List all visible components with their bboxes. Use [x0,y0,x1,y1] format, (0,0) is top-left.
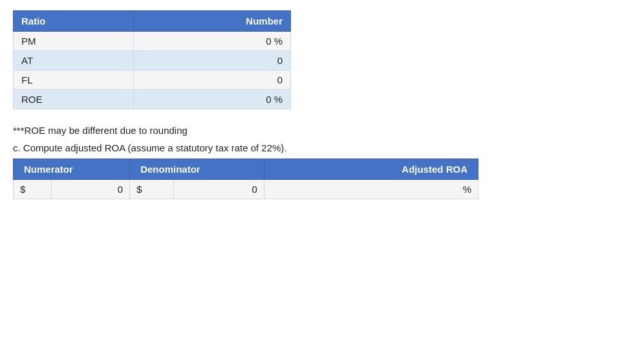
denominator-header: Denominator [130,159,264,180]
numerator-dollar: $ [14,180,52,199]
ratio-value: 0 % [133,32,290,51]
adjusted-roa-header: Adjusted ROA [264,159,478,180]
denominator-value: 0 [174,180,264,199]
ratio-value: 0 [133,71,290,90]
numerator-value: 0 [52,180,130,199]
ratio-row: PM0 % [14,32,291,51]
adjusted-roa-value: % [264,180,478,199]
ratio-label: AT [14,51,134,71]
denominator-dollar: $ [130,180,174,199]
roa-table: Numerator Denominator Adjusted ROA $ 0 $… [13,159,478,199]
ratio-label: FL [14,71,134,90]
numerator-header: Numerator [14,159,130,180]
ratio-row: ROE0 % [14,90,291,109]
roe-note: ***ROE may be different due to rounding [13,125,631,136]
ratio-value: 0 [133,51,290,71]
ratio-table: Ratio Number PM0 %AT0FL0ROE0 % [13,10,291,109]
ratio-row: FL0 [14,71,291,90]
number-header: Number [133,11,290,32]
ratio-label: PM [14,32,134,51]
roa-row: $ 0 $ 0 % [14,180,478,199]
ratio-row: AT0 [14,51,291,71]
roa-instruction: c. Compute adjusted ROA (assume a statut… [13,142,631,153]
ratio-header: Ratio [14,11,134,32]
ratio-label: ROE [14,90,134,109]
ratio-value: 0 % [133,90,290,109]
